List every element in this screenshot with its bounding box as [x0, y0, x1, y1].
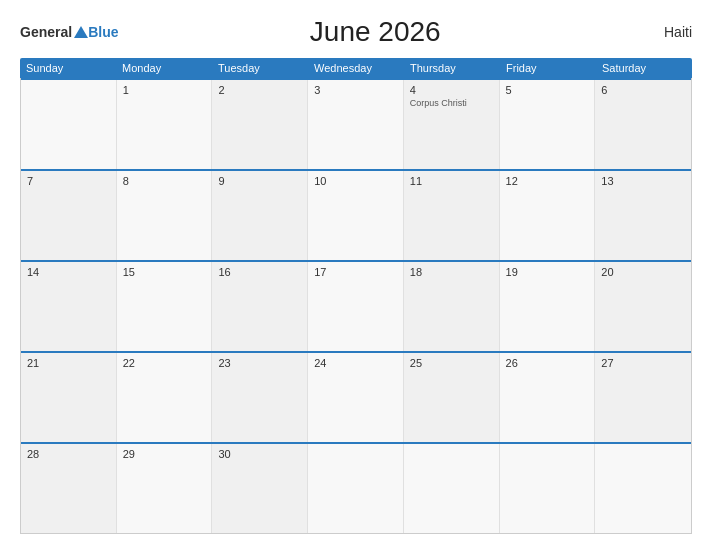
header-saturday: Saturday — [596, 58, 692, 78]
day-cell-w1-d4: 11 — [404, 171, 500, 260]
day-cell-w4-d6 — [595, 444, 691, 533]
day-number-19: 19 — [506, 266, 589, 278]
day-number-7: 7 — [27, 175, 110, 187]
day-number-4: 4 — [410, 84, 493, 96]
header-thursday: Thursday — [404, 58, 500, 78]
day-cell-w0-d2: 2 — [212, 80, 308, 169]
day-cell-w3-d6: 27 — [595, 353, 691, 442]
week-row-2: 78910111213 — [21, 169, 691, 260]
day-number-24: 24 — [314, 357, 397, 369]
day-number-12: 12 — [506, 175, 589, 187]
day-cell-w2-d0: 14 — [21, 262, 117, 351]
day-number-28: 28 — [27, 448, 110, 460]
day-number-1: 1 — [123, 84, 206, 96]
day-number-10: 10 — [314, 175, 397, 187]
day-number-6: 6 — [601, 84, 685, 96]
day-cell-w1-d3: 10 — [308, 171, 404, 260]
day-number-22: 22 — [123, 357, 206, 369]
day-cell-w1-d1: 8 — [117, 171, 213, 260]
day-number-23: 23 — [218, 357, 301, 369]
day-number-15: 15 — [123, 266, 206, 278]
day-cell-w0-d0 — [21, 80, 117, 169]
day-cell-w1-d2: 9 — [212, 171, 308, 260]
week-row-3: 14151617181920 — [21, 260, 691, 351]
day-number-25: 25 — [410, 357, 493, 369]
day-cell-w4-d1: 29 — [117, 444, 213, 533]
logo-general-text: General — [20, 25, 72, 39]
day-number-20: 20 — [601, 266, 685, 278]
day-cell-w0-d4: 4Corpus Christi — [404, 80, 500, 169]
logo: General Blue — [20, 25, 118, 39]
day-cell-w3-d5: 26 — [500, 353, 596, 442]
day-cell-w0-d3: 3 — [308, 80, 404, 169]
day-cell-w3-d4: 25 — [404, 353, 500, 442]
day-cell-w1-d0: 7 — [21, 171, 117, 260]
header-friday: Friday — [500, 58, 596, 78]
day-cell-w2-d6: 20 — [595, 262, 691, 351]
day-cell-w0-d5: 5 — [500, 80, 596, 169]
day-cell-w0-d1: 1 — [117, 80, 213, 169]
day-headers-row: Sunday Monday Tuesday Wednesday Thursday… — [20, 58, 692, 78]
day-cell-w4-d0: 28 — [21, 444, 117, 533]
logo-triangle-icon — [74, 26, 88, 38]
day-number-27: 27 — [601, 357, 685, 369]
logo-blue-text: Blue — [88, 25, 118, 39]
day-number-8: 8 — [123, 175, 206, 187]
country-label: Haiti — [632, 24, 692, 40]
day-number-21: 21 — [27, 357, 110, 369]
header-wednesday: Wednesday — [308, 58, 404, 78]
day-cell-w2-d5: 19 — [500, 262, 596, 351]
day-number-26: 26 — [506, 357, 589, 369]
day-cell-w4-d5 — [500, 444, 596, 533]
week-row-1: 1234Corpus Christi56 — [21, 78, 691, 169]
day-number-17: 17 — [314, 266, 397, 278]
weeks-container: 1234Corpus Christi5678910111213141516171… — [20, 78, 692, 534]
day-number-5: 5 — [506, 84, 589, 96]
day-number-14: 14 — [27, 266, 110, 278]
calendar-title: June 2026 — [118, 16, 632, 48]
header-monday: Monday — [116, 58, 212, 78]
holiday-label-4: Corpus Christi — [410, 98, 493, 109]
day-cell-w4-d3 — [308, 444, 404, 533]
day-number-16: 16 — [218, 266, 301, 278]
header-tuesday: Tuesday — [212, 58, 308, 78]
day-cell-w2-d4: 18 — [404, 262, 500, 351]
day-cell-w3-d3: 24 — [308, 353, 404, 442]
calendar-header: General Blue June 2026 Haiti — [20, 16, 692, 48]
week-row-4: 21222324252627 — [21, 351, 691, 442]
header-sunday: Sunday — [20, 58, 116, 78]
day-cell-w4-d4 — [404, 444, 500, 533]
week-row-5: 282930 — [21, 442, 691, 533]
day-cell-w2-d2: 16 — [212, 262, 308, 351]
day-number-11: 11 — [410, 175, 493, 187]
day-number-18: 18 — [410, 266, 493, 278]
day-cell-w0-d6: 6 — [595, 80, 691, 169]
day-cell-w3-d2: 23 — [212, 353, 308, 442]
day-number-2: 2 — [218, 84, 301, 96]
calendar: Sunday Monday Tuesday Wednesday Thursday… — [20, 58, 692, 534]
day-cell-w1-d6: 13 — [595, 171, 691, 260]
day-number-30: 30 — [218, 448, 301, 460]
day-number-3: 3 — [314, 84, 397, 96]
day-number-29: 29 — [123, 448, 206, 460]
day-number-13: 13 — [601, 175, 685, 187]
day-cell-w1-d5: 12 — [500, 171, 596, 260]
day-number-9: 9 — [218, 175, 301, 187]
day-cell-w4-d2: 30 — [212, 444, 308, 533]
day-cell-w3-d1: 22 — [117, 353, 213, 442]
day-cell-w2-d1: 15 — [117, 262, 213, 351]
day-cell-w3-d0: 21 — [21, 353, 117, 442]
day-cell-w2-d3: 17 — [308, 262, 404, 351]
